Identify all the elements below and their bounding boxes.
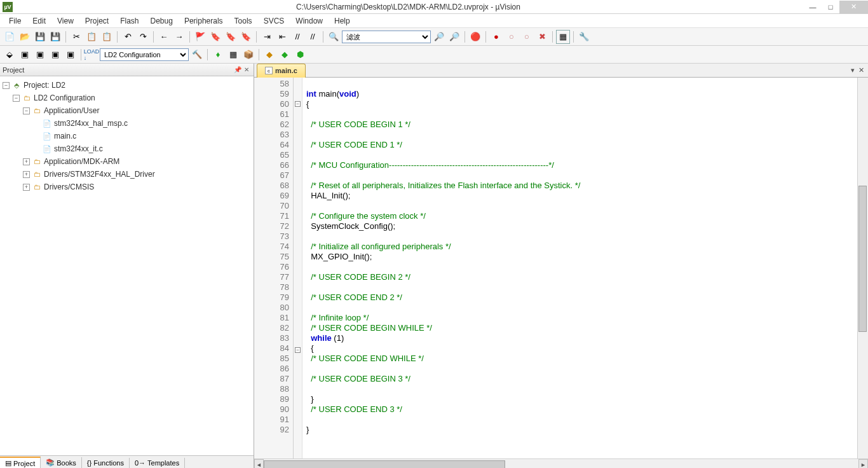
cut-icon[interactable]: ✂ [69, 30, 83, 44]
paste-icon[interactable]: 📋 [100, 30, 114, 44]
download-icon[interactable]: LOAD↓ [85, 48, 98, 62]
horizontal-scrollbar[interactable]: ◄ ► [254, 458, 868, 468]
editor-close-icon[interactable]: ✕ [858, 66, 864, 74]
new-file-icon[interactable]: 📄 [3, 30, 17, 44]
find-in-files-icon[interactable]: 🔍 [327, 30, 341, 44]
tab-books[interactable]: 📚Books [41, 457, 82, 468]
build-icon[interactable]: ▣ [18, 48, 32, 62]
tree-file[interactable]: 📄 stm32f4xx_it.c [1, 142, 252, 155]
menu-project[interactable]: Project [80, 15, 114, 27]
manage-components-icon[interactable]: ♦ [211, 48, 225, 62]
expand-icon[interactable]: + [23, 184, 30, 191]
tree-target[interactable]: − 🗀 LD2 Configuration [1, 92, 252, 104]
batch-build-icon[interactable]: ▣ [48, 48, 62, 62]
configure-icon[interactable]: 🔧 [577, 30, 591, 44]
manage-rte3-icon[interactable]: ⬢ [293, 48, 307, 62]
rebuild-icon[interactable]: ▣ [33, 48, 47, 62]
manage-rte-icon[interactable]: ◆ [262, 48, 276, 62]
comment-icon[interactable]: // [290, 30, 304, 44]
scrollbar-thumb[interactable] [264, 460, 505, 468]
outdent-icon[interactable]: ⇤ [275, 30, 289, 44]
find-icon[interactable]: 🔎 [432, 30, 446, 44]
collapse-icon[interactable]: − [13, 95, 20, 102]
tab-project[interactable]: ▤Project [0, 457, 41, 468]
tree-group-app-user[interactable]: − 🗀 Application/User [1, 104, 252, 117]
pin-icon[interactable]: 📌 [233, 66, 242, 73]
breakpoint-kill-icon[interactable]: ✖ [535, 30, 549, 44]
bookmark-icon[interactable]: 🚩 [193, 30, 207, 44]
find-combo[interactable]: 滤波 [342, 31, 431, 43]
minimize-button[interactable]: — [804, 1, 822, 13]
scrollbar-thumb[interactable] [858, 186, 867, 332]
vertical-scrollbar[interactable] [857, 78, 868, 458]
undo-icon[interactable]: ↶ [121, 30, 135, 44]
project-panel: Project 📌 ✕ − ⬘ Project: LD2 − 🗀 LD2 Con… [0, 64, 254, 468]
copy-icon[interactable]: 📋 [85, 30, 98, 44]
scroll-right-icon[interactable]: ► [858, 459, 868, 468]
tree-label: Drivers/CMSIS [44, 182, 94, 191]
pack-installer-icon[interactable]: 📦 [241, 48, 255, 62]
breakpoint-enable-icon[interactable]: ○ [505, 30, 519, 44]
panel-close-icon[interactable]: ✕ [242, 66, 251, 73]
maximize-button[interactable]: □ [822, 1, 839, 13]
menu-tools[interactable]: Tools [229, 15, 257, 27]
expand-icon[interactable]: + [23, 171, 30, 178]
menu-debug[interactable]: Debug [146, 15, 178, 27]
menu-help[interactable]: Help [329, 15, 355, 27]
code-text[interactable]: int main(void){ /* USER CODE BEGIN 1 */ … [302, 78, 868, 458]
collapse-icon[interactable]: − [23, 107, 30, 114]
c-file-icon: c [265, 67, 273, 74]
tree-project-root[interactable]: − ⬘ Project: LD2 [1, 79, 252, 92]
nav-back-icon[interactable]: ← [157, 30, 171, 44]
tree-label: Drivers/STM32F4xx_HAL_Driver [44, 170, 155, 179]
tab-functions[interactable]: {}Functions [82, 458, 130, 468]
open-file-icon[interactable]: 📂 [18, 30, 32, 44]
menu-flash[interactable]: Flash [115, 15, 144, 27]
tree-file[interactable]: 📄 main.c [1, 130, 252, 142]
nav-fwd-icon[interactable]: → [172, 30, 186, 44]
menu-edit[interactable]: Edit [27, 15, 51, 27]
menu-view[interactable]: View [52, 15, 79, 27]
scroll-left-icon[interactable]: ◄ [254, 459, 264, 468]
manage-rte2-icon[interactable]: ◆ [278, 48, 292, 62]
fold-column[interactable]: − − [294, 78, 302, 458]
breakpoint-disable-icon[interactable]: ○ [520, 30, 534, 44]
bookmark-clear-icon[interactable]: 🔖 [239, 30, 253, 44]
target-icon: 🗀 [22, 93, 32, 102]
expand-icon[interactable]: + [23, 158, 30, 165]
stop-build-icon[interactable]: ▣ [64, 48, 78, 62]
menu-window[interactable]: Window [290, 15, 328, 27]
close-button[interactable]: ✕ [839, 1, 868, 13]
project-panel-header: Project 📌 ✕ [0, 64, 254, 76]
select-packs-icon[interactable]: ▦ [226, 48, 240, 62]
editor-menu-icon[interactable]: ▾ [851, 66, 855, 74]
debug-start-icon[interactable]: 🔴 [468, 30, 482, 44]
editor-tab-main-c[interactable]: c main.c [257, 64, 306, 78]
target-options-icon[interactable]: 🔨 [190, 48, 204, 62]
project-tree[interactable]: − ⬘ Project: LD2 − 🗀 LD2 Configuration −… [0, 76, 254, 455]
breakpoint-insert-icon[interactable]: ● [489, 30, 503, 44]
redo-icon[interactable]: ↷ [136, 30, 150, 44]
menubar: File Edit View Project Flash Debug Perip… [0, 14, 868, 28]
bookmark-next-icon[interactable]: 🔖 [224, 30, 238, 44]
window-layout-icon[interactable]: ▦ [556, 30, 570, 44]
menu-peripherals[interactable]: Peripherals [179, 15, 228, 27]
tree-file[interactable]: 📄 stm32f4xx_hal_msp.c [1, 117, 252, 130]
bookmark-prev-icon[interactable]: 🔖 [208, 30, 222, 44]
menu-svcs[interactable]: SVCS [259, 15, 290, 27]
tab-templates[interactable]: 0→Templates [130, 458, 185, 468]
code-editor[interactable]: 5859606162636465666768697071727374757677… [254, 78, 868, 458]
tree-group-drv-hal[interactable]: + 🗀 Drivers/STM32F4xx_HAL_Driver [1, 168, 252, 181]
menu-file[interactable]: File [4, 15, 26, 27]
collapse-icon[interactable]: − [3, 82, 10, 89]
tree-group-app-mdk[interactable]: + 🗀 Application/MDK-ARM [1, 155, 252, 168]
incremental-find-icon[interactable]: 🔎 [447, 30, 461, 44]
target-combo[interactable]: LD2 Configuration [100, 48, 189, 61]
uncomment-icon[interactable]: // [306, 30, 320, 44]
save-all-icon[interactable]: 💾 [48, 30, 62, 44]
save-icon[interactable]: 💾 [33, 30, 47, 44]
c-file-icon: 📄 [42, 132, 52, 141]
indent-icon[interactable]: ⇥ [260, 30, 274, 44]
tree-group-drv-cmsis[interactable]: + 🗀 Drivers/CMSIS [1, 181, 252, 193]
translate-icon[interactable]: ⬙ [3, 48, 17, 62]
